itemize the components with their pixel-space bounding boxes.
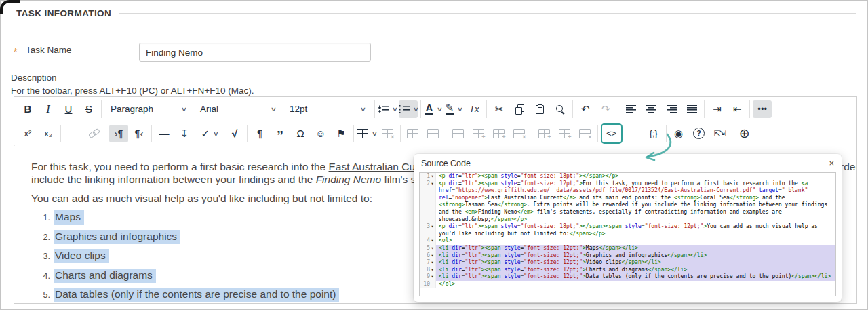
code-line: 10</ol> xyxy=(420,281,835,288)
paste-button[interactable] xyxy=(530,100,549,118)
align-justify-button[interactable] xyxy=(682,100,701,118)
delete-row-button[interactable]: × xyxy=(510,125,529,142)
cell-properties-button[interactable] xyxy=(403,125,422,142)
code-text[interactable]: <li dir="ltr"><span style="font-size: 12… xyxy=(436,259,835,267)
math-equation-button[interactable]: √ xyxy=(225,125,244,142)
unlink-icon xyxy=(89,129,99,138)
spellcheck-button[interactable]: ✓∨ xyxy=(200,125,219,142)
numbered-list-button[interactable]: ∨ xyxy=(399,100,418,118)
rtl-paragraph-button[interactable]: ¶‹ xyxy=(130,125,149,142)
preview-icon: ◉ xyxy=(674,128,683,138)
code-text[interactable]: <li dir="ltr"><span style="font-size: 12… xyxy=(436,252,835,260)
code-text[interactable]: <p dir="ltr"><span style="font-size: 18p… xyxy=(436,173,835,180)
highlight-color-icon: ✎ xyxy=(446,102,454,115)
toolbar-group: Paragraph∨Arial∨12pt∨ xyxy=(102,100,375,118)
code-line: 2▾<p dir="ltr"><span style="font-size: 1… xyxy=(420,180,835,224)
fold-arrow-icon[interactable]: ▾ xyxy=(430,273,435,281)
font-family-select[interactable]: Arial∨ xyxy=(194,100,282,118)
underline-button[interactable]: U xyxy=(59,100,78,118)
cut-button[interactable]: ✂ xyxy=(490,100,509,118)
toolbar-group: ∨∨ xyxy=(375,100,421,118)
special-character-button[interactable]: Ω xyxy=(291,125,310,142)
source-code-icon: <> xyxy=(606,129,616,138)
help-button[interactable]: ? xyxy=(690,125,709,142)
paragraph-format-select[interactable]: Paragraph∨ xyxy=(104,100,193,118)
outdent-button[interactable]: ⇤ xyxy=(728,100,747,118)
code-sample-button[interactable]: {;} xyxy=(644,125,663,142)
subscript-button[interactable]: x₂ xyxy=(39,125,58,142)
source-code-editor[interactable]: 1▾<p dir="ltr"><span style="font-size: 1… xyxy=(419,172,836,296)
code-text[interactable]: <li dir="ltr"><span style="font-size: 12… xyxy=(436,273,835,281)
show-invisibles-button[interactable]: ¶ xyxy=(250,125,269,142)
align-left-button[interactable] xyxy=(621,100,640,118)
delete-table-button[interactable]: × xyxy=(378,125,397,142)
anchor-button[interactable]: ⚑ xyxy=(332,125,351,142)
table-button[interactable]: ∨ xyxy=(357,125,377,142)
clear-formatting-button[interactable]: Tx xyxy=(465,100,484,118)
fold-arrow-icon[interactable]: ▾ xyxy=(430,267,435,274)
insert-row-after-button[interactable]: + xyxy=(490,125,509,142)
emoticons-button[interactable]: ☺ xyxy=(311,125,330,142)
align-left-icon xyxy=(626,105,636,113)
align-justify-icon xyxy=(687,105,697,113)
font-size-select[interactable]: 12pt∨ xyxy=(283,100,372,118)
italic-button[interactable]: I xyxy=(39,100,58,118)
close-icon[interactable]: × xyxy=(829,159,834,168)
fold-arrow-icon[interactable]: ▾ xyxy=(430,252,435,260)
math-equation-icon: √ xyxy=(232,128,237,138)
preview-button[interactable]: ◉ xyxy=(669,125,688,142)
toolbar-group: ✂ xyxy=(487,100,573,118)
code-text[interactable]: </ol> xyxy=(436,281,835,288)
code-text[interactable]: <p dir="ltr"><span style="font-size: 18p… xyxy=(436,223,835,237)
insert-link-button[interactable] xyxy=(64,125,83,142)
insert-col-after-button[interactable]: + xyxy=(555,125,574,142)
unlink-button[interactable] xyxy=(84,125,103,142)
code-text[interactable]: <p dir="ltr"><span style="font-size: 12p… xyxy=(436,180,835,224)
text-color-button[interactable]: A∨ xyxy=(424,100,443,118)
merge-cells-button[interactable] xyxy=(424,125,443,142)
chevron-down-icon: ∨ xyxy=(181,106,187,113)
source-code-button[interactable]: <> xyxy=(601,123,623,144)
bullet-list-button[interactable]: ∨ xyxy=(378,100,397,118)
fold-arrow-icon[interactable]: ▾ xyxy=(430,180,435,188)
task-name-input[interactable] xyxy=(139,43,371,62)
more-tools-button[interactable]: ••• xyxy=(753,100,772,118)
toolbar-group: A∨✎∨Tx xyxy=(421,100,487,118)
strikethrough-button[interactable]: S xyxy=(79,100,98,118)
overlay-glyph: + xyxy=(568,134,572,140)
copy-button[interactable] xyxy=(510,100,529,118)
insert-col-before-button[interactable]: + xyxy=(535,125,554,142)
redo-button[interactable]: ↷ xyxy=(596,100,615,118)
blockquote-button[interactable]: ” xyxy=(271,125,290,142)
bold-button[interactable]: B xyxy=(18,100,37,118)
fold-arrow-icon[interactable]: ▾ xyxy=(430,223,435,231)
undo-button[interactable]: ↶ xyxy=(576,100,595,118)
indent-button[interactable]: ⇥ xyxy=(707,100,726,118)
split-cells-icon xyxy=(452,129,464,138)
delete-col-button[interactable]: × xyxy=(576,125,595,142)
ltr-paragraph-button[interactable]: ›¶ xyxy=(109,125,128,142)
fold-arrow-icon[interactable]: ▾ xyxy=(430,173,435,180)
highlight-color-button[interactable]: ✎∨ xyxy=(444,100,463,118)
blockquote-icon: ” xyxy=(277,133,283,138)
code-text[interactable]: <li dir="ltr"><span style="font-size: 12… xyxy=(436,245,835,252)
align-center-button[interactable] xyxy=(642,100,660,118)
insert-row-before-button[interactable]: + xyxy=(469,125,488,142)
page-break-button[interactable]: ↧ xyxy=(175,125,194,142)
accessibility-checker-button[interactable] xyxy=(624,125,643,142)
fold-arrow-icon[interactable]: ▾ xyxy=(430,259,435,267)
code-text[interactable]: <li dir="ltr"><span style="font-size: 12… xyxy=(436,267,835,274)
code-text[interactable]: <ol> xyxy=(436,237,835,245)
align-right-button[interactable] xyxy=(662,100,681,118)
superscript-button[interactable]: x² xyxy=(18,125,37,142)
horizontal-rule-button[interactable]: — xyxy=(155,125,174,142)
code-line: 8▾<li dir="ltr"><span style="font-size: … xyxy=(420,267,835,274)
fold-arrow-icon[interactable]: ▾ xyxy=(430,245,435,252)
search-button[interactable] xyxy=(551,100,570,118)
split-cells-button[interactable] xyxy=(449,125,468,142)
insert-row-after-icon: + xyxy=(493,129,505,138)
overlay-glyph: + xyxy=(481,134,486,140)
insert-button[interactable]: ⊕ xyxy=(735,125,754,142)
fold-arrow-icon[interactable]: ▾ xyxy=(430,237,435,245)
fullscreen-button[interactable]: ⇱⇲ xyxy=(710,125,729,142)
